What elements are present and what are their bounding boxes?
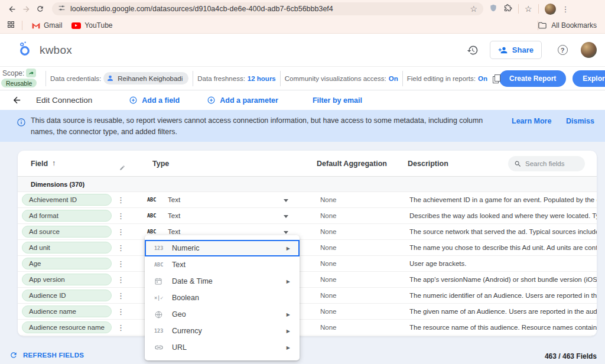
refresh-icon <box>9 351 18 359</box>
scope-share-icon[interactable] <box>26 69 36 77</box>
column-header-type: Type <box>152 160 169 168</box>
field-type-value[interactable]: Text <box>168 192 180 208</box>
copy-icon[interactable] <box>493 74 499 82</box>
field-name-pill[interactable]: Ad unit <box>22 242 112 254</box>
community-viz-value[interactable]: On <box>389 75 398 82</box>
field-description[interactable]: The resource name of this audience. Reso… <box>409 320 597 336</box>
field-name-pill[interactable]: Ad format <box>22 210 112 222</box>
forward-icon[interactable] <box>19 2 33 16</box>
default-aggregation-value[interactable]: None <box>320 224 337 240</box>
default-aggregation-value[interactable]: None <box>320 320 337 336</box>
field-description[interactable]: The source network that served the ad. T… <box>409 224 597 240</box>
type-dropdown-caret-icon[interactable] <box>284 231 288 234</box>
field-name-pill[interactable]: Ad source <box>22 226 112 238</box>
filter-by-email-button[interactable]: Filter by email <box>313 96 362 105</box>
calendar-icon <box>154 277 170 285</box>
refresh-fields-button[interactable]: REFRESH FIELDS <box>9 351 84 359</box>
community-viz-group[interactable]: Community visualizations access: On <box>285 75 398 82</box>
row-menu-icon[interactable]: ⋮ <box>116 192 125 208</box>
reload-icon[interactable] <box>33 2 47 16</box>
type-menu-item[interactable]: Date & Time ▶ <box>145 273 300 290</box>
type-menu-item[interactable]: 123 Numeric ▶ <box>145 240 300 256</box>
bookmark-gmail[interactable]: Gmail <box>32 21 62 30</box>
address-bar[interactable]: lookerstudio.google.com/datasources/d910… <box>52 2 483 15</box>
browser-profile-avatar[interactable] <box>545 4 556 15</box>
help-icon[interactable]: ? <box>552 40 573 60</box>
site-info-icon[interactable] <box>58 4 66 14</box>
explore-button[interactable]: Explore <box>573 70 605 87</box>
row-menu-icon[interactable]: ⋮ <box>116 288 125 304</box>
youtube-icon <box>71 22 81 29</box>
dimensions-section-header: Dimensions (370) <box>18 177 597 192</box>
row-menu-icon[interactable]: ⋮ <box>116 304 125 320</box>
dismiss-link[interactable]: Dismiss <box>566 117 594 125</box>
field-name-pill[interactable]: Audience name <box>22 306 112 317</box>
search-fields-box[interactable] <box>508 156 585 171</box>
credentials-owner-chip[interactable]: Reihaneh Keighobadi <box>103 72 188 84</box>
search-fields-input[interactable] <box>525 160 578 167</box>
bookmarks-sparkle-icon[interactable]: ☆ <box>525 4 532 14</box>
type-menu-item[interactable]: ABC Text ▶ <box>145 256 300 273</box>
bookmark-youtube[interactable]: YouTube <box>71 21 112 30</box>
field-name-pill[interactable]: App version <box>22 274 112 285</box>
field-description[interactable]: The app's versionName (Android) or short… <box>409 272 597 288</box>
field-description[interactable]: The name you chose to describe this Ad u… <box>409 240 597 256</box>
all-bookmarks[interactable]: All Bookmarks <box>538 21 597 30</box>
share-button[interactable]: Share <box>490 41 542 59</box>
data-freshness-group[interactable]: Data freshness: 12 hours <box>197 75 275 82</box>
password-shield-icon[interactable] <box>489 4 497 15</box>
default-aggregation-value[interactable]: None <box>320 240 337 256</box>
default-aggregation-value[interactable]: None <box>320 272 337 288</box>
default-aggregation-value[interactable]: None <box>320 256 337 272</box>
field-description[interactable]: Describes the way ads looked and where t… <box>409 208 597 224</box>
field-description[interactable]: The numeric identifier of an Audience. U… <box>409 288 597 304</box>
type-menu-item[interactable]: 123 Currency ▶ <box>145 323 300 339</box>
default-aggregation-value[interactable]: None <box>320 208 337 224</box>
field-description[interactable]: The achievement ID in a game for an even… <box>409 192 597 208</box>
sort-ascending-icon[interactable]: ↑ <box>52 158 56 167</box>
row-menu-icon[interactable]: ⋮ <box>116 208 125 224</box>
row-menu-icon[interactable]: ⋮ <box>116 240 125 256</box>
type-dropdown-caret-icon[interactable] <box>284 215 288 218</box>
bookmark-star-icon[interactable]: ☆ <box>470 4 477 14</box>
column-header-aggregation: Default Aggregation <box>317 160 387 168</box>
apps-grid-icon[interactable] <box>7 21 15 30</box>
create-report-button[interactable]: Create Report <box>499 70 566 87</box>
text-type-abc-icon: ABC <box>147 192 156 208</box>
field-name-pill[interactable]: Achievement ID <box>22 194 112 206</box>
back-arrow-icon[interactable] <box>12 95 22 105</box>
row-menu-icon[interactable]: ⋮ <box>116 256 125 272</box>
field-name-pill[interactable]: Audience resource name <box>22 321 112 333</box>
default-aggregation-value[interactable]: None <box>320 192 337 208</box>
add-field-button[interactable]: Add a field <box>129 96 180 105</box>
type-menu-item[interactable]: Geo ▶ <box>145 306 300 323</box>
row-menu-icon[interactable]: ⋮ <box>116 224 125 240</box>
field-description[interactable]: User age brackets. <box>409 256 597 272</box>
learn-more-link[interactable]: Learn More <box>512 117 551 125</box>
field-editing-value[interactable]: On <box>478 75 487 82</box>
add-parameter-button[interactable]: Add a parameter <box>207 96 278 105</box>
back-icon[interactable] <box>5 2 19 16</box>
field-description[interactable]: The given name of an Audience. Users are… <box>409 304 597 320</box>
field-name-pill[interactable]: Audience ID <box>22 290 112 301</box>
default-aggregation-value[interactable]: None <box>320 304 337 320</box>
type-menu-item[interactable]: URL ▶ <box>145 339 300 356</box>
edit-pencil-icon[interactable] <box>119 162 125 173</box>
type-menu-item[interactable]: ×|✓ Boolean ▶ <box>145 290 300 306</box>
table-row: Audience name ⋮ ABC None The given name … <box>18 304 597 320</box>
column-header-field[interactable]: Field <box>31 160 48 168</box>
field-type-value[interactable]: Text <box>168 208 180 224</box>
default-aggregation-value[interactable]: None <box>320 288 337 304</box>
extensions-icon[interactable] <box>503 4 512 15</box>
chrome-menu-icon[interactable]: ⋮ <box>562 5 570 13</box>
type-dropdown-caret-icon[interactable] <box>284 199 288 202</box>
edit-connection-label[interactable]: Edit Connection <box>36 96 92 105</box>
user-avatar[interactable] <box>581 42 597 58</box>
version-history-icon[interactable] <box>463 40 483 60</box>
row-menu-icon[interactable]: ⋮ <box>116 320 125 336</box>
datasource-title[interactable]: kwbox <box>40 44 72 57</box>
field-name-pill[interactable]: Age <box>22 258 112 269</box>
row-menu-icon[interactable]: ⋮ <box>116 272 125 288</box>
field-editing-group[interactable]: Field editing in reports: On <box>407 74 499 82</box>
freshness-value[interactable]: 12 hours <box>248 75 276 82</box>
